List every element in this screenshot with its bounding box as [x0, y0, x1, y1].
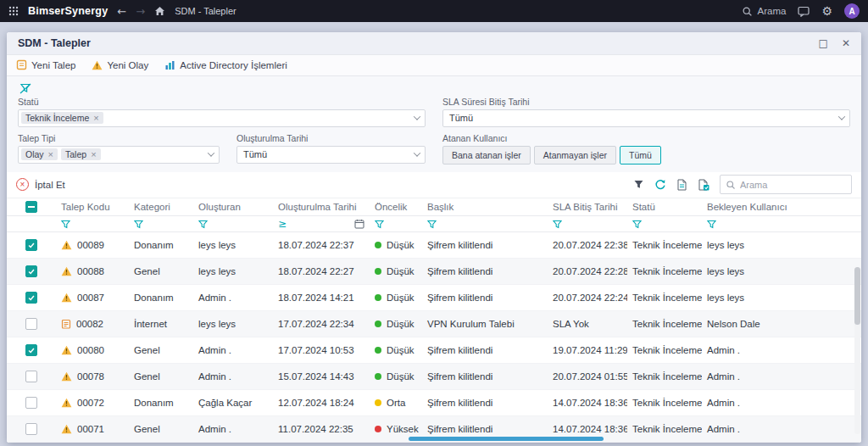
refresh-icon[interactable] — [654, 179, 666, 191]
all-button[interactable]: Tümü — [620, 146, 661, 164]
open-app-tab[interactable]: SDM - Talepler — [175, 6, 236, 16]
row-checkbox[interactable] — [25, 292, 37, 304]
assigned-to-me-button[interactable]: Bana atanan işler — [442, 146, 531, 164]
column-header[interactable]: Başlık — [422, 198, 548, 216]
calendar-icon[interactable] — [354, 219, 364, 229]
status-filter-input[interactable]: Teknik İnceleme× — [18, 109, 426, 127]
apps-grid-icon[interactable] — [8, 6, 19, 16]
row-checkbox[interactable] — [25, 239, 37, 251]
created-date-filter-select[interactable]: Tümü — [236, 146, 426, 164]
chip-remove-icon[interactable]: × — [91, 149, 96, 159]
status-chip[interactable]: Teknik İnceleme× — [21, 112, 103, 124]
global-search[interactable]: Arama — [742, 6, 787, 17]
chip-remove-icon[interactable]: × — [93, 113, 98, 123]
table-body: 00089Donanımleys leys18.07.2024 22:37Düş… — [7, 232, 861, 443]
creator-cell: leys leys — [193, 311, 273, 337]
column-filter-icon[interactable] — [632, 220, 697, 229]
cancel-button[interactable]: × İptal Et — [16, 178, 625, 191]
row-checkbox[interactable] — [25, 318, 37, 330]
column-filter-icon[interactable] — [427, 220, 542, 229]
back-icon[interactable]: ← — [117, 5, 126, 18]
row-checkbox[interactable] — [25, 371, 37, 382]
column-header[interactable]: Öncelik — [370, 198, 422, 216]
user-avatar[interactable]: A — [844, 3, 860, 19]
table-row[interactable]: 00087DonanımAdmin .18.07.2024 14:21Düşük… — [7, 285, 861, 311]
table-row[interactable]: 00089Donanımleys leys18.07.2024 22:37Düş… — [7, 232, 861, 259]
priority-dot — [375, 242, 381, 248]
active-directory-button[interactable]: Active Directory İşlemleri — [164, 60, 287, 70]
sla-date-cell: 20.07.2024 22:24 — [548, 285, 627, 311]
horizontal-scrollbar-thumb[interactable] — [409, 437, 604, 441]
request-icon — [61, 319, 71, 329]
forward-icon[interactable]: → — [136, 5, 145, 18]
waiting-user-cell: leys leys — [702, 232, 861, 259]
column-header[interactable]: SLA Bitiş Tarihi — [548, 198, 627, 216]
column-header[interactable]: Bekleyen Kullanıcı — [702, 198, 861, 216]
created-date-filter-group: Oluşturulma Tarihi Tümü — [236, 133, 426, 164]
status-cell: Teknik İnceleme — [627, 285, 702, 311]
column-filter-icon[interactable] — [134, 220, 188, 229]
filter-builder-icon[interactable] — [633, 179, 644, 190]
grid-toolbar: × İptal Et — [7, 172, 861, 198]
title-cell: Şifrem kilitlendi — [422, 390, 548, 416]
request-type-filter-input[interactable]: Olay× Talep× — [18, 146, 220, 164]
request-type-chip[interactable]: Olay× — [21, 148, 58, 160]
priority-cell: Orta — [370, 390, 422, 416]
sla-end-filter-label: SLA Süresi Bitiş Tarihi — [442, 97, 850, 107]
table-row[interactable]: 00080GenelAdmin .17.07.2024 10:53DüşükŞi… — [7, 337, 861, 364]
column-filter-icon[interactable] — [375, 220, 417, 229]
home-icon[interactable] — [154, 6, 165, 16]
column-header[interactable]: Oluşturan — [193, 198, 273, 216]
table-row[interactable]: 00072DonanımÇağla Kaçar12.07.2024 18:24O… — [7, 390, 861, 416]
column-filter-icon[interactable] — [553, 220, 622, 229]
request-type-chip[interactable]: Talep× — [61, 148, 101, 160]
column-filter-icon[interactable] — [198, 220, 268, 229]
vertical-scrollbar[interactable] — [854, 267, 860, 435]
close-icon[interactable]: ✕ — [842, 37, 850, 49]
column-header[interactable]: Kategori — [129, 198, 193, 216]
warning-triangle-icon — [92, 60, 103, 70]
status-cell: Teknik İnceleme — [627, 337, 702, 364]
sla-end-filter-select[interactable]: Tümü — [442, 109, 850, 127]
priority-dot — [375, 426, 381, 432]
incident-icon — [61, 398, 72, 408]
date-filter-operator[interactable]: ≥ — [278, 218, 287, 230]
created-date-cell: 18.07.2024 22:27 — [273, 259, 370, 285]
clear-filters-icon[interactable] — [19, 83, 31, 94]
category-cell: Donanım — [129, 390, 193, 416]
row-checkbox[interactable] — [25, 344, 37, 356]
row-checkbox[interactable] — [25, 265, 37, 277]
settings-gear-icon[interactable]: ⚙ — [821, 5, 832, 17]
table-row[interactable]: 00088Genelleys leys18.07.2024 22:27Düşük… — [7, 259, 861, 285]
incident-icon — [61, 240, 72, 250]
column-filter-icon[interactable] — [61, 220, 124, 229]
row-checkbox[interactable] — [25, 423, 37, 435]
column-header[interactable]: Oluşturulma Tarihi — [273, 198, 370, 216]
select-all-checkbox[interactable] — [25, 201, 37, 213]
assigned-user-filter-label: Atanan Kullanıcı — [442, 133, 850, 143]
incident-icon — [61, 293, 72, 303]
vertical-scrollbar-thumb[interactable] — [854, 267, 860, 325]
priority-cell: Düşük — [370, 259, 422, 285]
export-icon[interactable] — [676, 179, 687, 191]
unassigned-button[interactable]: Atanmayan işler — [534, 146, 616, 164]
priority-cell: Düşük — [370, 337, 422, 364]
brand-logo[interactable]: BimserSynergy — [28, 5, 108, 17]
table-row[interactable]: 00078GenelAdmin .15.07.2024 14:43DüşükŞi… — [7, 364, 861, 390]
grid-search[interactable] — [720, 175, 852, 194]
created-date-cell: 17.07.2024 22:34 — [273, 311, 370, 337]
column-filter-icon[interactable] — [707, 220, 856, 229]
column-header[interactable]: Statü — [627, 198, 702, 216]
table-row[interactable]: 00082İnternetleys leys17.07.2024 22:34Dü… — [7, 311, 861, 337]
chip-remove-icon[interactable]: × — [48, 149, 53, 159]
new-incident-button[interactable]: Yeni Olay — [92, 60, 148, 70]
waiting-user-cell: Admin . — [702, 390, 861, 416]
maximize-icon[interactable]: □ — [819, 37, 828, 49]
grid-search-input[interactable] — [740, 180, 846, 190]
title-cell: Şifrem kilitlendi — [422, 259, 548, 285]
feedback-icon[interactable] — [798, 6, 810, 17]
export-selected-icon[interactable] — [698, 179, 709, 191]
row-checkbox[interactable] — [25, 397, 37, 409]
column-header[interactable]: Talep Kodu — [56, 198, 129, 216]
new-request-button[interactable]: Yeni Talep — [16, 59, 75, 70]
